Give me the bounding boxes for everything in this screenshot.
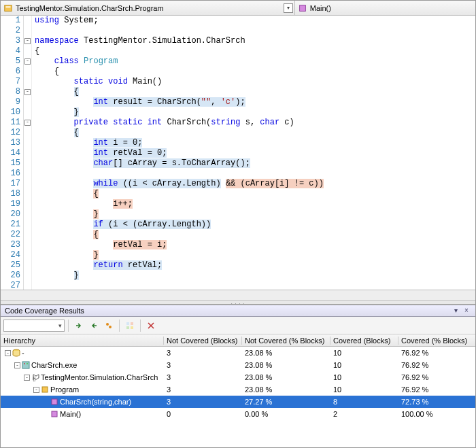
merge-icon [105,322,113,330]
table-row[interactable]: -CharSrch.exe323.08 %1076.92 % [1,359,475,371]
fold-toggle[interactable]: - [24,38,31,44]
line-number-gutter: 1234567891011121314151617181920212223242… [1,16,24,290]
palette-icon [126,322,134,330]
cell-cp: 72.73 % [398,398,475,406]
export-button[interactable] [87,319,101,332]
svg-point-12 [27,363,28,364]
row-label: CharSrch.exe [31,361,77,369]
table-row[interactable]: CharSrch(string,char)327.27 %872.73 % [1,396,475,408]
cell-ncp: 23.08 % [242,385,330,394]
cell-ncp: 23.08 % [242,349,330,357]
results-dropdown[interactable] [3,320,65,332]
row-label: - [22,349,24,357]
cell-cp: 76.92 % [398,361,475,369]
cell-ncp: 0.00 % [242,410,330,418]
cell-ncp: 23.08 % [242,361,330,369]
svg-rect-2 [299,5,305,11]
svg-rect-16 [52,411,57,417]
svg-rect-14 [42,387,48,392]
svg-text:{}: {} [33,376,36,381]
row-label: Program [50,385,79,394]
fold-toggle[interactable]: - [24,58,31,65]
class-dropdown[interactable]: TestingMentor.Simulation.CharSrch.Progra… [1,1,295,15]
cell-c: 2 [330,410,398,418]
cell-c: 10 [330,373,398,381]
export-icon [90,322,98,330]
table-row[interactable]: -{}TestingMentor.Simulation.CharSrch323.… [1,371,475,383]
window-position-icon[interactable]: ▾ [451,307,460,315]
member-name: Main() [310,4,331,12]
chevron-down-icon[interactable]: ▾ [284,3,293,13]
table-row[interactable]: Main()00.00 %2100.00 % [1,408,475,420]
fold-toggle[interactable]: - [24,120,31,126]
expand-toggle[interactable]: - [14,362,20,368]
cell-nc: 3 [164,385,242,394]
cell-nc: 3 [164,349,242,357]
cell-c: 10 [330,385,398,394]
fold-toggle[interactable]: - [24,89,31,95]
cell-c: 10 [330,349,398,357]
close-icon[interactable]: × [462,307,471,315]
svg-point-4 [109,326,112,328]
horizontal-scrollbar[interactable] [1,290,475,300]
remove-button[interactable] [144,319,158,332]
show-colors-button[interactable] [123,319,137,332]
cell-ncp: 23.08 % [242,373,330,381]
table-row[interactable]: --323.08 %1076.92 % [1,347,475,359]
coverage-table[interactable]: Hierarchy Not Covered (Blocks) Not Cover… [1,334,475,447]
svg-rect-5 [126,322,129,325]
cell-cp: 76.92 % [398,373,475,381]
svg-rect-10 [22,362,29,368]
table-row[interactable]: -Program323.08 %1076.92 % [1,383,475,396]
import-button[interactable] [72,319,86,332]
merge-button[interactable] [102,319,116,332]
col-notcovered-blocks[interactable]: Not Covered (Blocks) [164,337,242,345]
cell-c: 8 [330,398,398,406]
svg-rect-6 [131,322,133,325]
nav-bar: TestingMentor.Simulation.CharSrch.Progra… [1,1,475,16]
col-covered-pct[interactable]: Covered (% Blocks) [398,337,475,345]
method-icon [298,3,307,13]
panel-title-text: Code Coverage Results [5,307,84,315]
cell-ncp: 27.27 % [242,398,330,406]
cell-cp: 76.92 % [398,349,475,357]
cell-cp: 100.00 % [398,410,475,418]
panel-titlebar[interactable]: Code Coverage Results ▾ × [1,305,475,317]
col-notcovered-pct[interactable]: Not Covered (% Blocks) [242,337,330,345]
svg-rect-1 [6,6,11,7]
svg-rect-15 [52,399,57,404]
cell-nc: 3 [164,361,242,369]
code-pane[interactable]: using System; namespace TestingMentor.Si… [32,16,475,290]
svg-rect-0 [5,5,12,11]
row-label: TestingMentor.Simulation.CharSrch [41,373,158,381]
svg-point-11 [24,363,25,364]
svg-point-3 [106,323,109,326]
svg-rect-8 [131,326,133,329]
table-header[interactable]: Hierarchy Not Covered (Blocks) Not Cover… [1,334,475,347]
panel-toolbar [1,317,475,334]
col-hierarchy[interactable]: Hierarchy [1,337,164,345]
cell-c: 10 [330,361,398,369]
member-dropdown[interactable]: Main() [295,3,475,13]
delete-icon [147,322,155,330]
cell-nc: 3 [164,373,242,381]
expand-toggle[interactable]: - [33,387,39,393]
class-path: TestingMentor.Simulation.CharSrch.Progra… [16,4,164,12]
row-label: Main() [60,410,81,418]
coverage-panel: Code Coverage Results ▾ × Hierarchy Not … [1,305,475,447]
cell-nc: 0 [164,410,242,418]
cell-cp: 76.92 % [398,385,475,394]
row-label: CharSrch(string,char) [60,398,131,406]
expand-toggle[interactable]: - [24,375,30,381]
svg-rect-7 [126,326,129,329]
cell-nc: 3 [164,398,242,406]
code-editor[interactable]: 1234567891011121314151617181920212223242… [1,16,475,290]
class-icon [3,3,13,13]
expand-toggle[interactable]: - [5,350,11,356]
import-icon [75,322,83,330]
col-covered-blocks[interactable]: Covered (Blocks) [330,337,398,345]
fold-column[interactable]: ---- [24,16,32,290]
